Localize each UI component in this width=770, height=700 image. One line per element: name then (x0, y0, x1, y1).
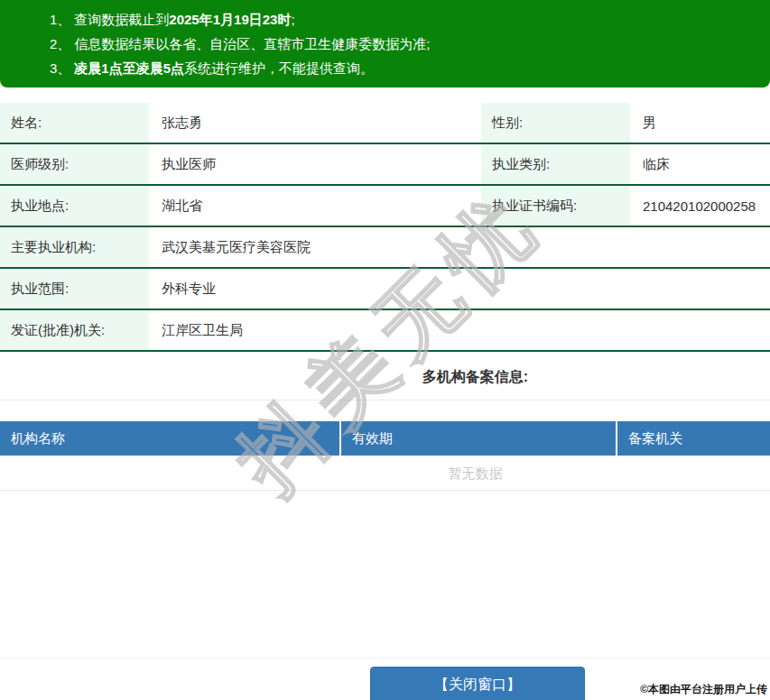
table-row-level-category: 医师级别: 执业医师 执业类别: 临床 (0, 144, 770, 186)
notice-banner: 1、查询数据截止到2025年1月19日23时; 2、信息数据结果以各省、自治区、… (0, 0, 770, 88)
footer-divider (0, 658, 770, 659)
name-label: 姓名: (0, 103, 149, 143)
notice-text: 系统进行维护，不能提供查询。 (184, 60, 374, 76)
section-divider (0, 400, 770, 401)
column-header-filing-authority: 备案机关 (617, 421, 770, 456)
issuing-authority-label: 发证(批准)机关: (0, 310, 149, 350)
gender-value: 男 (630, 103, 770, 143)
notice-line-3: 3、凌晨1点至凌晨5点系统进行维护，不能提供查询。 (50, 56, 761, 80)
notice-text: 信息数据结果以各省、自治区、直辖市卫生健康委数据为准; (74, 36, 430, 51)
table-row-primary-institution: 主要执业机构: 武汉美基元医疗美容医院 (0, 227, 770, 269)
table-row-practice-scope: 执业范围: 外科专业 (0, 269, 770, 310)
notice-text-bold: 凌晨1点至凌晨5点 (74, 60, 184, 76)
notice-line-1: 1、查询数据截止到2025年1月19日23时; (50, 7, 761, 32)
doctor-level-label: 医师级别: (0, 144, 149, 184)
certificate-code-label: 执业证书编码: (481, 186, 630, 226)
no-data-placeholder: 暂无数据 (0, 456, 770, 491)
multi-org-section-title: 多机构备案信息: (0, 364, 770, 391)
practice-category-label: 执业类别: (481, 144, 630, 184)
notice-line-2: 2、信息数据结果以各省、自治区、直辖市卫生健康委数据为准; (50, 32, 761, 56)
notice-number: 1、 (50, 12, 70, 27)
practitioner-info-table: 姓名: 张志勇 性别: 男 医师级别: 执业医师 执业类别: 临床 执业地点: … (0, 103, 770, 352)
practice-location-value: 湖北省 (149, 186, 481, 226)
certificate-code-value: 210420102000258 (630, 186, 770, 226)
practice-scope-label: 执业范围: (0, 269, 149, 309)
issuing-authority-value: 江岸区卫生局 (149, 310, 770, 350)
practice-category-value: 临床 (630, 144, 770, 184)
table-row-name-gender: 姓名: 张志勇 性别: 男 (0, 103, 770, 144)
copyright-watermark-text: ©本图由平台注册用户上传 (640, 682, 767, 697)
notice-text: ; (291, 12, 294, 27)
table-row-location-certificate: 执业地点: 湖北省 执业证书编码: 210420102000258 (0, 186, 770, 227)
practice-scope-value: 外科专业 (149, 269, 770, 309)
notice-number: 3、 (50, 60, 70, 76)
close-window-button[interactable]: 【关闭窗口】 (370, 667, 585, 700)
notice-text-bold: 2025年1月19日23时 (169, 12, 291, 27)
doctor-level-value: 执业医师 (149, 144, 481, 184)
name-value: 张志勇 (149, 103, 481, 143)
primary-institution-value: 武汉美基元医疗美容医院 (149, 227, 770, 267)
column-header-validity-period: 有效期 (341, 421, 617, 456)
primary-institution-label: 主要执业机构: (0, 227, 149, 267)
practice-location-label: 执业地点: (0, 186, 149, 226)
column-header-institution-name: 机构名称 (0, 421, 341, 456)
table-row-issuing-authority: 发证(批准)机关: 江岸区卫生局 (0, 310, 770, 352)
notice-number: 2、 (50, 36, 70, 51)
gender-label: 性别: (481, 103, 630, 143)
notice-text: 查询数据截止到 (74, 12, 169, 27)
multi-org-table-header: 机构名称 有效期 备案机关 (0, 421, 770, 456)
